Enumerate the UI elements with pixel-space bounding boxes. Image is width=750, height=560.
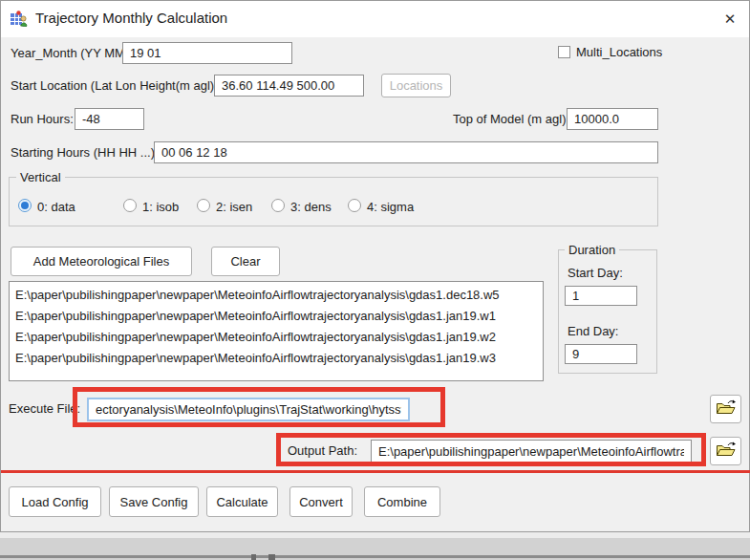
taskbar-band	[0, 538, 750, 555]
open-folder-icon	[716, 442, 737, 462]
start-day-input[interactable]	[565, 286, 637, 306]
output-path-input[interactable]	[371, 440, 692, 463]
desktop-taskbar-sliver	[0, 532, 750, 560]
list-item[interactable]: E:\paper\pubilishingpaper\newpaper\Meteo…	[15, 285, 543, 306]
top-of-model-label: Top of Model (m agl):	[453, 112, 569, 126]
multi-locations-checkbox[interactable]	[558, 46, 570, 58]
end-day-input[interactable]	[565, 344, 637, 364]
app-icon	[11, 11, 28, 27]
start-location-label: Start Location (Lat Lon Height(m agl)):	[11, 78, 222, 93]
screenshot-stage: Trajectory Monthly Calculation ✕ Year_Mo…	[0, 0, 750, 560]
starting-hours-label: Starting Hours (HH HH ...):	[11, 145, 159, 160]
run-hours-input[interactable]	[75, 108, 144, 130]
top-of-model-input[interactable]	[567, 108, 658, 130]
title-bar: Trajectory Monthly Calculation ✕	[1, 1, 749, 37]
open-folder-icon	[716, 399, 737, 420]
meteo-file-list[interactable]: E:\paper\pubilishingpaper\newpaper\Meteo…	[9, 281, 544, 381]
close-icon[interactable]: ✕	[718, 9, 741, 30]
locations-button[interactable]: Locations	[381, 74, 451, 97]
radio-2-isen[interactable]	[197, 199, 210, 212]
radio-2-isen-label: 2: isen	[216, 200, 252, 214]
duration-legend: Duration	[565, 243, 619, 257]
radio-3-dens[interactable]	[271, 199, 285, 212]
start-day-label: Start Day:	[568, 266, 623, 280]
year-month-label: Year_Month (YY MM):	[11, 46, 133, 60]
run-hours-label: Run Hours:	[11, 112, 74, 126]
taskbar-icon-fragment	[251, 554, 256, 560]
execute-file-browse-button[interactable]	[710, 395, 741, 423]
window-title: Trajectory Monthly Calculation	[35, 10, 227, 26]
radio-1-isob[interactable]	[123, 199, 137, 212]
output-path-label: Output Path:	[288, 443, 357, 458]
annotation-red-line	[1, 470, 750, 473]
dialog-trajectory-monthly-calculation: Trajectory Monthly Calculation ✕ Year_Mo…	[0, 0, 750, 532]
radio-0-data[interactable]	[18, 199, 32, 212]
radio-1-isob-label: 1: isob	[142, 200, 179, 214]
execute-file-input[interactable]	[87, 398, 410, 421]
list-item[interactable]: E:\paper\pubilishingpaper\newpaper\Meteo…	[15, 327, 543, 348]
radio-4-sigma[interactable]	[348, 199, 361, 212]
year-month-input[interactable]	[122, 42, 292, 64]
taskbar-icon-fragment	[268, 554, 275, 560]
starting-hours-input[interactable]	[154, 141, 658, 163]
list-item[interactable]: E:\paper\pubilishingpaper\newpaper\Meteo…	[15, 348, 543, 369]
multi-locations-label: Multi_Locations	[576, 45, 662, 59]
load-config-button[interactable]: Load Config	[9, 486, 101, 517]
add-meteorological-files-button[interactable]: Add Meteorological Files	[11, 247, 192, 276]
save-config-button[interactable]: Save Config	[109, 486, 199, 517]
radio-0-data-label: 0: data	[37, 200, 75, 214]
vertical-groupbox	[9, 177, 658, 226]
radio-4-sigma-label: 4: sigma	[367, 200, 414, 214]
convert-button[interactable]: Convert	[289, 486, 353, 517]
output-path-browse-button[interactable]	[710, 437, 741, 465]
calculate-button[interactable]: Calculate	[206, 486, 278, 517]
combine-button[interactable]: Combine	[364, 486, 440, 517]
radio-3-dens-label: 3: dens	[290, 200, 332, 214]
clear-button[interactable]: Clear	[211, 247, 280, 276]
end-day-label: End Day:	[568, 324, 618, 338]
start-location-input[interactable]	[214, 75, 364, 97]
vertical-legend: Vertical	[16, 170, 65, 184]
execute-file-label: Execute File:	[9, 401, 80, 416]
list-item[interactable]: E:\paper\pubilishingpaper\newpaper\Meteo…	[15, 306, 543, 327]
